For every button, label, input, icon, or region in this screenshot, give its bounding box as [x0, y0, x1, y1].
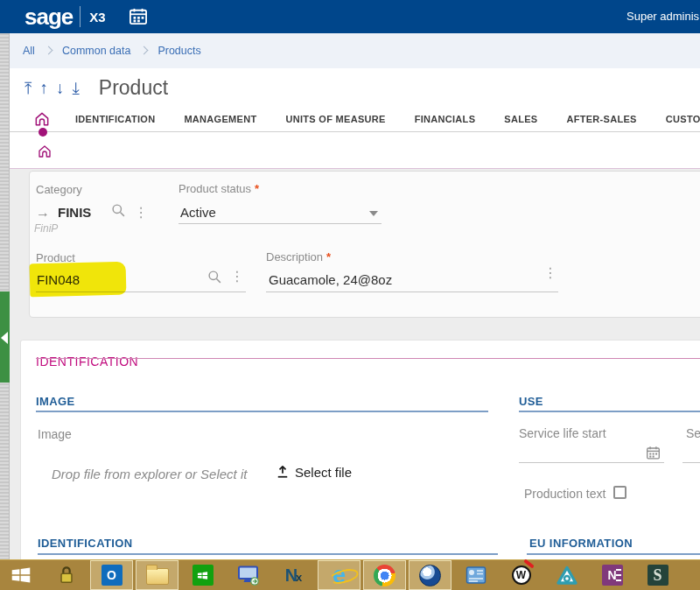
start-button[interactable]: [0, 560, 42, 590]
taskbar-outlook[interactable]: O: [90, 560, 133, 590]
description-underline: [266, 291, 558, 292]
product-underline: [36, 291, 246, 292]
taskbar-triangle-app[interactable]: [545, 560, 588, 590]
chevron-right-icon: [140, 46, 149, 55]
required-marker: *: [255, 182, 259, 195]
tab-customer[interactable]: CUSTOMER: [666, 114, 700, 124]
category-value[interactable]: FINIS: [58, 205, 91, 220]
chevron-right-icon: [44, 46, 52, 55]
category-lookup-icon[interactable]: [111, 203, 126, 221]
section-tab-bar: IDENTIFICATION MANAGEMENT UNITS OF MEASU…: [10, 107, 700, 132]
taskbar-windows-store[interactable]: [181, 560, 224, 590]
eu-information-title: EU INFORMATION: [529, 537, 633, 550]
last-record-icon[interactable]: ⤓: [72, 80, 79, 96]
sage-x3-window: sage X3 Super adminis All Common data Pr…: [0, 0, 700, 590]
next-record-icon[interactable]: ↓: [56, 80, 65, 96]
image-field-label: Image: [38, 427, 72, 441]
select-file-button[interactable]: Select file: [276, 465, 352, 480]
production-text-checkbox[interactable]: [613, 486, 626, 499]
chrome-icon: [374, 565, 396, 586]
taskbar-onenote[interactable]: N: [591, 560, 634, 590]
first-record-icon[interactable]: ⤒: [24, 80, 32, 96]
control-panel-icon: [466, 565, 486, 585]
jump-to-record-icon[interactable]: →: [36, 205, 50, 221]
outlook-icon: O: [102, 565, 122, 586]
production-text-label: Production text: [524, 487, 606, 501]
top-app-bar: sage X3 Super adminis: [0, 0, 700, 33]
product-status-label: Product status*: [178, 182, 259, 195]
tab-management[interactable]: MANAGEMENT: [184, 114, 256, 124]
tab-identification[interactable]: IDENTIFICATION: [75, 114, 155, 124]
description-menu-icon[interactable]: ⋮: [543, 266, 557, 280]
taskbar-file-explorer[interactable]: [136, 560, 178, 590]
breadcrumb-common-data[interactable]: Common data: [62, 45, 131, 57]
active-tab-indicator: [38, 128, 47, 137]
tab-sales[interactable]: SALES: [504, 114, 537, 124]
home-section-icon[interactable]: [37, 144, 52, 163]
product-menu-icon[interactable]: ⋮: [230, 270, 244, 284]
service-life-start-input[interactable]: [519, 462, 664, 463]
splitter-grip[interactable]: [0, 291, 10, 383]
use-block-title: USE: [519, 395, 543, 408]
windows-taskbar: O Nx e W: [0, 559, 700, 590]
tab-financials[interactable]: FINANCIALS: [415, 114, 476, 124]
breadcrumb: All Common data Products: [10, 33, 700, 68]
product-status-select[interactable]: Active: [180, 205, 216, 220]
product-header-card: Category → FINIS ⋮ FiniP Product status*…: [29, 171, 700, 318]
page-title: Product: [99, 76, 168, 100]
tab-after-sales[interactable]: AFTER-SALES: [566, 114, 636, 124]
triangle-loop-icon: [556, 565, 578, 586]
description-label: Description*: [266, 250, 331, 263]
image-block-title: IMAGE: [36, 395, 75, 408]
datepicker-calendar-icon[interactable]: [646, 446, 661, 464]
store-icon: [192, 565, 214, 586]
calendar-icon[interactable]: [129, 8, 148, 25]
globe-icon: [419, 565, 441, 586]
record-header: ⤒ ↑ ↓ ⤓ Product: [10, 68, 700, 107]
upload-icon: [276, 466, 289, 479]
description-input[interactable]: Guacamole, 24@8oz: [269, 272, 392, 287]
onenote-icon: N: [602, 565, 623, 586]
dropdown-caret-icon[interactable]: [369, 211, 378, 216]
tab-units-of-measure[interactable]: UNITS OF MEASURE: [285, 114, 385, 124]
collapse-left-icon: [1, 332, 8, 344]
breadcrumb-products[interactable]: Products: [158, 45, 200, 57]
product-code-x3: X3: [89, 10, 105, 25]
product-lookup-icon[interactable]: [207, 270, 222, 288]
previous-record-icon[interactable]: ↑: [39, 80, 48, 96]
left-panel-splitter[interactable]: [0, 33, 10, 559]
service-life-start-label: Service life start: [519, 426, 606, 440]
category-label: Category: [36, 183, 82, 196]
service-life-end-input[interactable]: [682, 462, 700, 463]
required-marker: *: [326, 250, 331, 263]
sage-logo[interactable]: sage: [24, 5, 73, 28]
identification-panel: IDENTIFICATION IMAGE Image Drop file fro…: [20, 340, 700, 559]
taskbar-chrome[interactable]: [363, 560, 406, 590]
w-badge-icon: W: [512, 565, 531, 585]
taskbar-w-security-app[interactable]: W: [500, 560, 542, 590]
sticky-section-bar: [10, 132, 700, 169]
taskbar-nx-app[interactable]: Nx: [272, 560, 315, 590]
home-tab[interactable]: [33, 110, 51, 128]
taskbar-system-settings[interactable]: [454, 560, 497, 590]
internet-explorer-icon: e: [332, 564, 346, 587]
taskbar-lock-app[interactable]: [45, 560, 88, 590]
product-status-underline: [178, 223, 382, 224]
taskbar-s-app[interactable]: S: [636, 560, 679, 590]
category-menu-icon[interactable]: ⋮: [134, 206, 148, 220]
taskbar-internet-explorer[interactable]: e: [318, 560, 360, 590]
category-hint: FiniP: [34, 222, 58, 235]
product-label: Product: [36, 251, 75, 264]
identification-sub-title: IDENTIFICATION: [38, 537, 133, 550]
s-app-icon: S: [648, 565, 668, 586]
brand-divider: [80, 6, 80, 27]
taskbar-remote-desktop[interactable]: [227, 560, 270, 590]
taskbar-blue-globe-app[interactable]: [409, 560, 452, 590]
nx-icon: Nx: [285, 566, 303, 584]
product-input[interactable]: FIN048: [37, 272, 80, 287]
breadcrumb-all[interactable]: All: [23, 45, 35, 57]
folder-icon: [146, 568, 169, 585]
image-drop-hint: Drop file from explorer or Select it: [52, 467, 247, 481]
current-user[interactable]: Super adminis: [626, 10, 699, 23]
identification-section-title: IDENTIFICATION: [36, 355, 138, 369]
